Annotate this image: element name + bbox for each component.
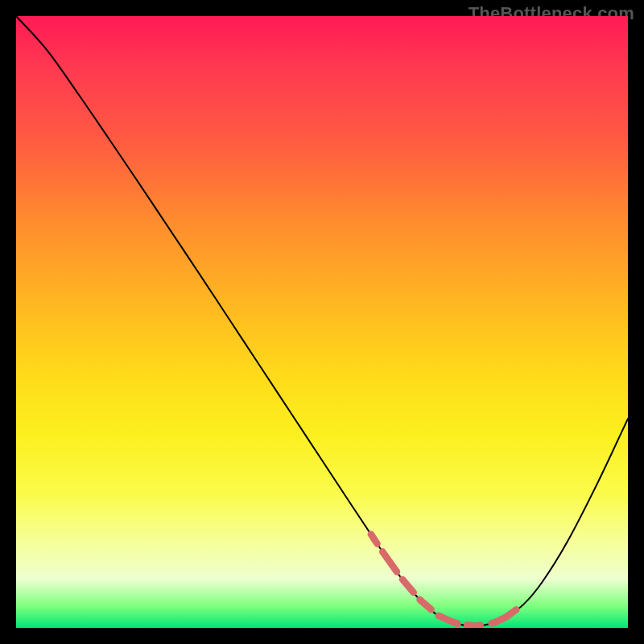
dash-segment: [439, 616, 458, 624]
dash-segment: [420, 600, 431, 609]
plot-area: [16, 16, 628, 628]
bottleneck-curve: [16, 16, 628, 626]
chart-overlay: [16, 16, 628, 628]
dash-segment: [371, 535, 378, 544]
dash-segment: [492, 609, 517, 623]
dash-segment: [382, 551, 397, 572]
dash-segment: [402, 580, 414, 592]
chart-frame: TheBottleneck.com: [0, 0, 644, 644]
dash-segment: [467, 625, 480, 625]
minimum-dash-band: [371, 535, 516, 626]
